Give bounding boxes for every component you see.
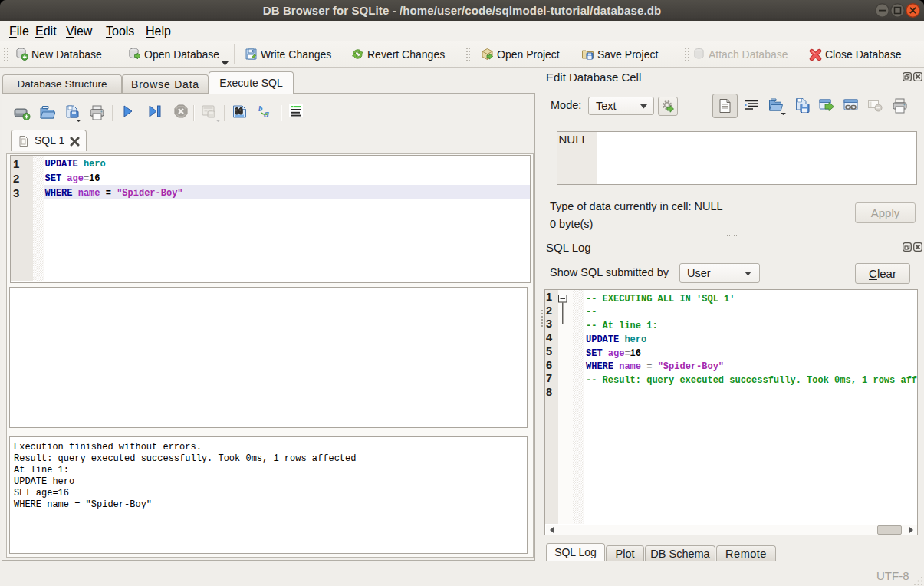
svg-text:b: b [258,104,263,113]
